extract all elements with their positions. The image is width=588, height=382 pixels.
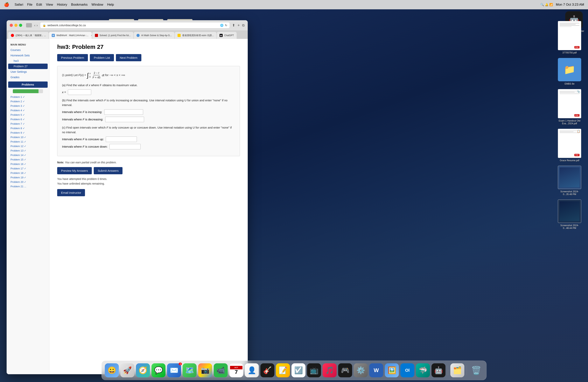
share-icon[interactable]: ⬆ — [232, 23, 235, 27]
problem-list-button[interactable]: Problem List — [90, 54, 114, 61]
apple-menu[interactable]: 🍎 — [4, 2, 9, 7]
menubar-edit[interactable]: Edit — [36, 3, 42, 7]
sidebar-homework-sets[interactable]: Homework Sets — [7, 53, 49, 58]
menubar-file[interactable]: File — [27, 3, 32, 7]
sidebar-problem-4[interactable]: Problem 4 ✓ — [7, 108, 49, 113]
sidebar-problem-15[interactable]: Problem 15 ✓ — [7, 157, 49, 162]
sidebar-grades[interactable]: Grades — [7, 74, 49, 80]
sidebar-problem-2[interactable]: Problem 2 ✓ — [7, 99, 49, 104]
preview-answers-button[interactable]: Preview My Answers — [57, 167, 92, 174]
close-button[interactable] — [10, 24, 13, 27]
desktop-icon-pdf1[interactable]: PDF 37705750.pdf — [555, 21, 584, 54]
menubar-help[interactable]: Help — [107, 3, 114, 7]
sidebar-problem-12[interactable]: Problem 12 ✓ — [7, 144, 49, 149]
dock-launchpad[interactable]: 🚀 — [120, 363, 134, 377]
dock-garageband[interactable]: 🎸 — [260, 363, 274, 377]
minimize-button[interactable] — [14, 24, 18, 27]
part-c-concave-down-input[interactable] — [109, 144, 141, 149]
forward-button[interactable]: › — [37, 23, 38, 27]
dock-contacts[interactable]: 👤 — [245, 363, 259, 377]
sidebar-problem-9[interactable]: Problem 9 ✓ — [7, 130, 49, 135]
menubar-bookmarks[interactable]: Bookmarks — [71, 3, 88, 7]
sidebar-problem-5[interactable]: Problem 5 ✓ — [7, 113, 49, 117]
dock-word[interactable]: W — [369, 363, 383, 377]
dock-mail[interactable]: ✉️ 1 — [167, 363, 181, 377]
dock-facetime[interactable]: 📹 — [214, 363, 228, 377]
tab-hk[interactable]: 香港買唔買到有埋 esim 功課... — [175, 32, 216, 39]
dock-tv[interactable]: 📺 — [307, 363, 321, 377]
sidebar-problem-18[interactable]: Problem 18 ✓ — [7, 171, 49, 175]
tab-close-webwork[interactable]: ✕ — [91, 34, 92, 37]
sidebar-problem-21[interactable]: Problem 21 ... — [7, 184, 49, 189]
part-b-increasing-input[interactable] — [104, 109, 143, 115]
dock-outlook[interactable]: Ol — [400, 363, 414, 377]
sidebar-problem-16[interactable]: Problem 16 ✓ — [7, 162, 49, 166]
sidebar-problem-14[interactable]: Problem 14 ✓ — [7, 153, 49, 157]
dock-maps[interactable]: 🗺️ — [183, 363, 197, 377]
dock-reminders[interactable]: ☑️ — [292, 363, 305, 377]
sidebar-courses[interactable]: Courses — [7, 47, 49, 53]
reload-icon[interactable]: ↻ — [225, 24, 227, 27]
desktop-icon-folder[interactable]: 📁 EMBS 8e — [555, 58, 584, 85]
new-tab-icon[interactable]: + — [237, 23, 240, 28]
tab-webwork[interactable]: W WeBWorK : Math114AArian :... ✕ — [49, 32, 92, 39]
sidebar-problem-11[interactable]: Problem 11 ✓ — [7, 139, 49, 144]
sidebar-problem-13[interactable]: Problem 13 ✓ — [7, 149, 49, 153]
sidebar-problem-10[interactable]: Problem 10 ✓ — [7, 135, 49, 139]
tab-solved[interactable]: Solved: (1 point) Find the fol... — [92, 32, 133, 39]
dock-files[interactable]: 🗂️ — [450, 363, 464, 377]
part-b-question: (b) Find the intervals over which F is o… — [62, 98, 235, 107]
dock-arcade[interactable]: 🎮 — [338, 363, 352, 377]
dock-calendar[interactable]: OCT 7 — [229, 363, 243, 377]
dock-photos[interactable]: 📷 — [198, 363, 212, 377]
menubar-view[interactable]: View — [46, 3, 53, 7]
sidebar-problem-3[interactable]: Problem 3 ✓ — [7, 104, 49, 108]
dock-music[interactable]: 🎵 — [323, 363, 336, 377]
sidebar-problem-20[interactable]: Problem 20 ✓ — [7, 180, 49, 184]
translate-icon[interactable]: 🌐 — [220, 24, 223, 27]
previous-problem-button[interactable]: Previous Problem — [57, 54, 88, 61]
dock-notes[interactable]: 📝 — [276, 363, 290, 377]
sidebar-problem-8[interactable]: Problem 8 ✓ — [7, 126, 49, 130]
submit-answers-button[interactable]: Submit Answers — [94, 167, 123, 174]
sidebar-problem27[interactable]: Problem 27 — [8, 64, 48, 69]
sidebar-problem-19[interactable]: Problem 19 ✓ — [7, 175, 49, 180]
part-c-concave-up-input[interactable] — [106, 137, 137, 142]
sidebar-user-settings[interactable]: User Settings — [7, 69, 49, 74]
menubar-safari[interactable]: Safari — [15, 3, 23, 7]
sidebar-toggle-button[interactable] — [26, 23, 32, 27]
part-a-input[interactable] — [68, 89, 91, 95]
back-button[interactable]: ‹ — [34, 23, 35, 27]
dock-surfshark[interactable]: 🦈 — [416, 363, 430, 377]
desktop-icon-screenshot1[interactable]: Screenshot 2024-0...35.48 PM — [555, 166, 584, 196]
dock-trash[interactable]: 🗑️ — [469, 363, 483, 377]
sidebar-problem-7[interactable]: Problem 7 ✓ — [7, 122, 49, 126]
desktop-icon-pdf3[interactable]: PDF 📋 Grace Resume.pdf — [555, 129, 584, 162]
desktop-icon-pdf2[interactable]: PDF 📎 Exam 1 Handout Old Exa...2024.pdf — [555, 89, 584, 125]
tab-youtube[interactable]: (2904) 一個人來「俄羅斯」... — [8, 32, 49, 39]
menubar-history[interactable]: History — [57, 3, 67, 7]
mail-icon: ✉️ — [170, 366, 178, 374]
dock-messages[interactable]: 💬 — [151, 363, 166, 377]
tab-favicon-aimath — [136, 34, 140, 37]
next-problem-button[interactable]: Next Problem — [116, 54, 141, 61]
menubar: 🍎 Safari File Edit View History Bookmark… — [0, 0, 588, 9]
dock-safari[interactable]: 🧭 — [136, 363, 150, 377]
tab-chatgpt[interactable]: 🤖 ChatGPT — [217, 32, 237, 39]
sidebar-problem-1[interactable]: Problem 1 ✓ — [7, 95, 49, 99]
dock-preview[interactable]: 🖼️ — [385, 363, 399, 377]
dock-chatgpt[interactable]: 🤖 — [431, 363, 445, 377]
dock-finder[interactable]: 😀 — [105, 363, 119, 377]
sidebar-hw3[interactable]: hw3 — [7, 58, 49, 64]
sidebar-problem-17[interactable]: Problem 17 ✓ — [7, 166, 49, 171]
email-instructor-button[interactable]: Email instructor — [57, 189, 85, 196]
desktop-icon-screenshot2[interactable]: Screenshot 2024-0...48.44 PM — [555, 200, 584, 230]
address-bar[interactable]: 🔒 webwork.columbiacollege.bc.ca 🌐 ↻ — [40, 22, 230, 28]
dock-system-prefs[interactable]: ⚙️ — [354, 363, 368, 377]
tab-aimath[interactable]: AI Math Solver & Step-by-S... — [134, 32, 174, 39]
menubar-window[interactable]: Window — [92, 3, 103, 7]
maximize-button[interactable] — [19, 24, 22, 27]
tabs-icon[interactable]: ⧉ — [242, 23, 245, 27]
part-b-decreasing-input[interactable] — [105, 117, 144, 122]
sidebar-problem-6[interactable]: Problem 6 ✓ — [7, 117, 49, 122]
